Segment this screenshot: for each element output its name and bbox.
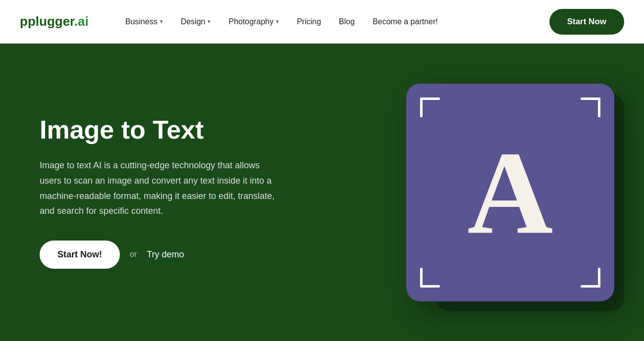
nav-item-business[interactable]: Business ▾	[118, 13, 170, 30]
hero-image-wrapper: A	[406, 84, 614, 301]
corner-top-left-icon	[420, 97, 444, 121]
corner-top-right-icon	[577, 97, 600, 121]
start-now-button[interactable]: Start Now	[549, 9, 624, 35]
hero-description: Image to text AI is a cutting-edge techn…	[40, 158, 277, 218]
chevron-down-icon: ▾	[160, 18, 163, 25]
corner-bottom-right-icon	[577, 264, 600, 288]
hero-section: Image to Text Image to text AI is a cutt…	[0, 44, 644, 341]
main-nav: Business ▾ Design ▾ Photography ▾ Pricin…	[118, 13, 549, 30]
chevron-down-icon: ▾	[208, 18, 211, 25]
nav-item-photography[interactable]: Photography ▾	[221, 13, 286, 30]
hero-actions: Start Now! or Try demo	[40, 241, 307, 269]
chevron-down-icon: ▾	[276, 18, 279, 25]
hero-content: Image to Text Image to text AI is a cutt…	[40, 116, 307, 269]
hero-try-demo-link[interactable]: Try demo	[147, 249, 184, 260]
nav-item-design[interactable]: Design ▾	[174, 13, 218, 30]
hero-card: A	[406, 84, 614, 301]
hero-or-label: or	[130, 250, 137, 259]
corner-bottom-left-icon	[420, 264, 444, 288]
nav-item-pricing[interactable]: Pricing	[290, 13, 328, 30]
logo-text: pplugger.ai	[20, 14, 89, 29]
nav-item-become-partner[interactable]: Become a partner!	[366, 13, 445, 30]
header: pplugger.ai Business ▾ Design ▾ Photogra…	[0, 0, 644, 44]
logo[interactable]: pplugger.ai	[20, 14, 89, 29]
hero-start-now-button[interactable]: Start Now!	[40, 241, 120, 269]
hero-letter: A	[467, 133, 553, 252]
nav-item-blog[interactable]: Blog	[332, 13, 362, 30]
hero-title: Image to Text	[40, 116, 307, 144]
